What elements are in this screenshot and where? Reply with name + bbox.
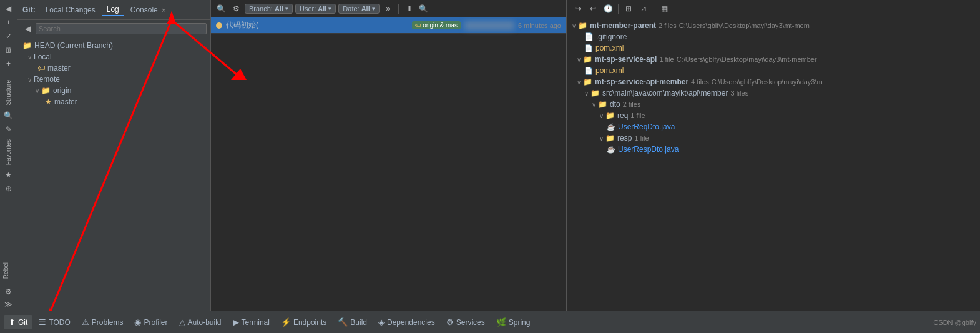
bottom-tab-terminal[interactable]: ▶ Terminal: [228, 315, 275, 329]
check-btn[interactable]: ✓: [2, 30, 15, 42]
expand-icon-member: ∨: [577, 79, 581, 86]
console-close-icon[interactable]: ✕: [161, 7, 166, 14]
file-item-gitignore[interactable]: 📄 .gitignore: [567, 31, 980, 42]
bottom-tab-spring[interactable]: 🌿 Spring: [491, 315, 536, 329]
file-item-userrespdto[interactable]: ☕ UserRespDto.java: [567, 144, 980, 155]
file-item-mt-sp-service-api[interactable]: ∨ 📁 mt-sp-service-api 1 file C:\Users\gb…: [567, 54, 980, 65]
file-item-pom-api[interactable]: 📄 pom.xml: [567, 65, 980, 76]
layout-btn[interactable]: ⊞: [622, 2, 635, 15]
remote-group-item[interactable]: ∨ Remote: [17, 74, 210, 85]
origin-master-star-icon: ★: [45, 97, 52, 106]
bottom-tab-auto-build[interactable]: △ Auto-build: [174, 315, 227, 329]
dependencies-tab-icon: ◈: [378, 317, 385, 327]
date-filter[interactable]: Date: All ▾: [338, 4, 379, 14]
git-tabs-bar: Git: Local Changes Log Console ✕: [17, 0, 210, 20]
commit-time: 6 minutes ago: [518, 22, 561, 29]
git-label: Git:: [22, 6, 36, 14]
more-btn[interactable]: ≫: [2, 298, 15, 311]
settings-log-btn[interactable]: ⚙: [230, 2, 242, 15]
user-filter-arrow: ▾: [328, 6, 331, 12]
services-tab-icon: ⚙: [446, 317, 454, 327]
file-toolbar-sep2: [654, 4, 654, 14]
bottom-tab-endpoints[interactable]: ⚡ Endpoints: [276, 315, 331, 329]
local-group-item[interactable]: ∨ Local: [17, 51, 210, 62]
branch-toolbar: ◀: [17, 20, 210, 37]
bottom-tab-build[interactable]: 🔨 Build: [333, 315, 372, 329]
file-item-userreqdto[interactable]: ☕ UserReqDto.java: [567, 121, 980, 132]
spring-tab-icon: 🌿: [496, 317, 506, 327]
user-filter[interactable]: User: All ▾: [295, 4, 336, 14]
diff-btn[interactable]: ▦: [658, 2, 670, 15]
star-btn[interactable]: ★: [2, 169, 15, 181]
bottom-tab-dependencies[interactable]: ◈ Dependencies: [373, 315, 440, 329]
bottom-tab-profiler[interactable]: ◉ Profiler: [129, 315, 172, 329]
java-icon-resp: ☕: [607, 146, 615, 154]
folder-icon-src: 📁: [590, 89, 600, 97]
pause-btn[interactable]: ⏸: [403, 2, 415, 15]
collapse-branch-btn[interactable]: ◀: [21, 22, 34, 35]
folder-icon-api: 📁: [583, 55, 592, 64]
commit-row[interactable]: 代码初始( 🏷 origin & mas 6 minutes ago: [211, 17, 566, 34]
local-master-item[interactable]: 🏷 master: [17, 62, 210, 74]
commit-list: 代码初始( 🏷 origin & mas 6 minutes ago: [211, 17, 566, 311]
history-btn[interactable]: 🕐: [602, 2, 614, 15]
search-log-btn[interactable]: 🔍: [215, 2, 227, 15]
collapse-btn[interactable]: ◀: [2, 2, 15, 15]
branch-filter[interactable]: Branch: All ▾: [245, 4, 293, 14]
edit-btn[interactable]: ✎: [2, 123, 15, 136]
add2-btn[interactable]: +: [2, 57, 15, 70]
tab-console[interactable]: Console ✕: [125, 4, 171, 16]
file-item-resp[interactable]: ∨ 📁 resp 1 file: [567, 132, 980, 144]
file-item-mt-member-parent[interactable]: ∨ 📁 mt-member-parent 2 files C:\Users\gb…: [567, 20, 980, 31]
branch-filter-arrow: ▾: [285, 6, 288, 12]
delete-btn[interactable]: 🗑: [2, 44, 15, 56]
folder-icon: 📁: [578, 21, 587, 30]
origin-expand-icon: ∨: [35, 87, 39, 94]
structure-label[interactable]: Structure: [4, 77, 13, 108]
add-circle-btn[interactable]: ⊕: [2, 182, 15, 195]
profiler-tab-icon: ◉: [134, 317, 141, 327]
log-toolbar: 🔍 ⚙ Branch: All ▾ User: All ▾ Date: All …: [211, 0, 566, 17]
branch-search-input[interactable]: [36, 23, 207, 34]
bottom-tab-todo[interactable]: ☰ TODO: [34, 315, 75, 329]
tab-log[interactable]: Log: [102, 4, 124, 16]
settings-btn[interactable]: ⚙: [2, 286, 15, 298]
origin-master-item[interactable]: ★ master: [17, 96, 210, 107]
file-toolbar-sep1: [618, 4, 619, 14]
expand-icon: ∨: [572, 22, 576, 29]
auto-build-tab-icon: △: [179, 317, 185, 327]
expand-icon-dto: ∨: [592, 101, 596, 108]
xml-icon-parent: 📄: [584, 44, 593, 52]
gitignore-icon: 📄: [584, 32, 594, 41]
local-master-icon: 🏷: [37, 64, 45, 72]
head-branch-item[interactable]: 📁 HEAD (Current Branch): [17, 40, 210, 51]
expand-icon-api: ∨: [577, 56, 581, 63]
log-panel: 🔍 ⚙ Branch: All ▾ User: All ▾ Date: All …: [211, 0, 567, 311]
file-toolbar: ↪ ↩ 🕐 ⊞ ⊿ ▦: [567, 0, 980, 17]
search-commits-btn[interactable]: 🔍: [418, 2, 430, 15]
add-btn[interactable]: +: [2, 16, 15, 29]
file-item-mt-sp-service-api-member[interactable]: ∨ 📁 mt-sp-service-api-member 4 files C:\…: [567, 76, 980, 87]
search-sidebar-btn[interactable]: 🔍: [2, 109, 15, 122]
file-item-req[interactable]: ∨ 📁 req 1 file: [567, 110, 980, 121]
refresh-btn[interactable]: ↪: [572, 2, 584, 15]
folder-icon-member: 📁: [583, 77, 592, 86]
rebel-label[interactable]: Rebel: [2, 262, 9, 279]
file-item-dto[interactable]: ∨ 📁 dto 2 files: [567, 99, 980, 110]
bottom-tab-git[interactable]: ⬆ Git: [4, 315, 32, 329]
favorites-label[interactable]: Favorites: [4, 137, 13, 167]
more-filters-btn[interactable]: »: [382, 2, 394, 15]
origin-group-item[interactable]: ∨ 📁 origin: [17, 85, 210, 96]
file-item-pom-parent[interactable]: 📄 pom.xml: [567, 42, 980, 54]
bottom-tab-services[interactable]: ⚙ Services: [441, 315, 490, 329]
tab-local-changes[interactable]: Local Changes: [41, 4, 100, 16]
bottom-tab-problems[interactable]: ⚠ Problems: [77, 315, 129, 329]
file-item-src-main[interactable]: ∨ 📁 src\main\java\com\mayikt\api\member …: [567, 87, 980, 99]
git-panel: Git: Local Changes Log Console ✕ ◀ 📁 HEA…: [17, 0, 211, 311]
head-icon: 📁: [22, 41, 32, 50]
date-filter-arrow: ▾: [372, 6, 375, 12]
folder-icon-resp: 📁: [605, 134, 615, 142]
filter-btn[interactable]: ⊿: [637, 2, 650, 15]
undo-btn[interactable]: ↩: [587, 2, 599, 15]
file-panel: ↪ ↩ 🕐 ⊞ ⊿ ▦ ∨ 📁 mt-member-parent 2 files…: [567, 0, 980, 311]
